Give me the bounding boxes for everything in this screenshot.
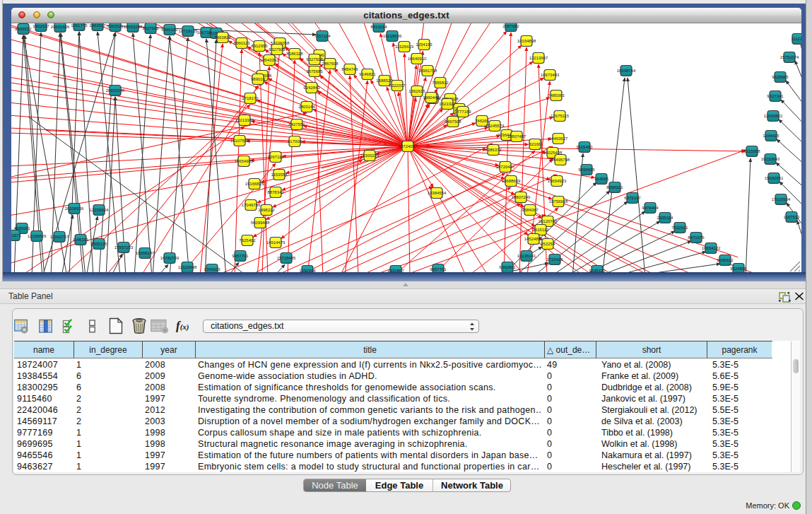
svg-text:9327508: 9327508 — [306, 57, 323, 62]
svg-text:1167533: 1167533 — [784, 215, 801, 219]
svg-text:1063521: 1063521 — [107, 24, 124, 28]
svg-text:12323448: 12323448 — [178, 265, 197, 269]
svg-text:16210643: 16210643 — [761, 157, 780, 161]
svg-text:14136141: 14136141 — [517, 254, 536, 258]
svg-text:7357224: 7357224 — [314, 34, 331, 38]
svg-text:1527602: 1527602 — [142, 26, 159, 30]
svg-text:62160: 62160 — [529, 142, 541, 146]
svg-text:19756928: 19756928 — [549, 199, 568, 204]
svg-text:8660123: 8660123 — [233, 41, 250, 45]
svg-text:1764203: 1764203 — [204, 267, 220, 271]
svg-text:12213967: 12213967 — [529, 56, 548, 60]
svg-text:2935114: 2935114 — [657, 216, 674, 220]
svg-text:6497508: 6497508 — [445, 119, 461, 124]
svg-text:2087682: 2087682 — [502, 24, 519, 28]
svg-text:6966160: 6966160 — [161, 28, 178, 32]
svg-text:417006: 417006 — [288, 139, 302, 144]
svg-text:1963527: 1963527 — [89, 23, 106, 28]
svg-text:14463627: 14463627 — [549, 136, 568, 141]
svg-text:18724007: 18724007 — [399, 144, 418, 148]
svg-text:15692951: 15692951 — [765, 176, 784, 180]
svg-text:10653267: 10653267 — [124, 25, 143, 29]
svg-text:2718170: 2718170 — [242, 96, 259, 100]
svg-text:8912955: 8912955 — [251, 44, 268, 48]
svg-text:2505135: 2505135 — [90, 242, 107, 246]
svg-text:8471676: 8471676 — [688, 235, 705, 240]
svg-text:12975115: 12975115 — [551, 114, 570, 118]
svg-text:20206536: 20206536 — [65, 206, 84, 211]
svg-text:6379197: 6379197 — [624, 196, 641, 200]
svg-text:8215958: 8215958 — [743, 149, 760, 153]
svg-text:17046786: 17046786 — [242, 203, 261, 207]
svg-text:9327509: 9327509 — [269, 47, 286, 52]
svg-text:19166825: 19166825 — [245, 182, 264, 186]
svg-text:10958187: 10958187 — [136, 251, 155, 255]
svg-text:16640910: 16640910 — [408, 57, 427, 61]
svg-text:1244415: 1244415 — [763, 134, 779, 138]
svg-text:8878342: 8878342 — [267, 190, 284, 194]
svg-text:15720407: 15720407 — [496, 165, 515, 169]
svg-text:8813014: 8813014 — [370, 25, 387, 29]
svg-text:18807249: 18807249 — [512, 195, 531, 199]
svg-text:10688609: 10688609 — [502, 179, 521, 183]
svg-text:391571: 391571 — [11, 233, 22, 238]
svg-text:746266: 746266 — [475, 119, 490, 123]
svg-text:10719135: 10719135 — [179, 29, 198, 33]
svg-text:9457791: 9457791 — [232, 254, 249, 258]
svg-text:252254: 252254 — [541, 242, 555, 246]
svg-text:1292344: 1292344 — [299, 269, 316, 272]
svg-text:16782759: 16782759 — [160, 256, 180, 260]
svg-text:164095: 164095 — [594, 177, 609, 181]
svg-text:1061775: 1061775 — [71, 23, 88, 28]
svg-text:3267110: 3267110 — [268, 155, 285, 159]
svg-text:14914479: 14914479 — [266, 240, 286, 245]
svg-text:8454749: 8454749 — [341, 67, 358, 71]
svg-text:111212: 111212 — [791, 37, 801, 41]
svg-text:7663822: 7663822 — [214, 35, 231, 40]
svg-text:9115460: 9115460 — [577, 145, 594, 149]
svg-text:15751074: 15751074 — [780, 55, 799, 59]
svg-text:1990443: 1990443 — [423, 95, 440, 100]
svg-text:9146821: 9146821 — [359, 72, 376, 76]
svg-text:10154808: 10154808 — [517, 39, 536, 43]
svg-text:3675685: 3675685 — [306, 69, 323, 74]
svg-text:9324505: 9324505 — [730, 267, 747, 271]
svg-text:9699695: 9699695 — [578, 168, 595, 172]
svg-text:1254193: 1254193 — [416, 42, 433, 47]
svg-text:9474444: 9474444 — [642, 206, 659, 210]
svg-text:1902537: 1902537 — [33, 24, 49, 28]
svg-text:2931807: 2931807 — [387, 269, 404, 272]
svg-text:12359924: 12359924 — [90, 208, 109, 212]
svg-text:12156829: 12156829 — [28, 234, 47, 238]
svg-text:9777169: 9777169 — [454, 110, 471, 114]
svg-text:16961758: 16961758 — [418, 69, 437, 73]
svg-text:17957253: 17957253 — [114, 245, 134, 250]
svg-text:2803144: 2803144 — [298, 105, 315, 109]
svg-text:15718485: 15718485 — [277, 256, 296, 260]
svg-text:9245612: 9245612 — [717, 258, 734, 262]
svg-text:1362615: 1362615 — [408, 89, 425, 93]
svg-text:56099488: 56099488 — [251, 221, 270, 225]
svg-text:14495798: 14495798 — [551, 158, 570, 162]
svg-text:1615112: 1615112 — [533, 228, 550, 232]
svg-text:10654122: 10654122 — [702, 246, 721, 250]
svg-text:16120746: 16120746 — [539, 219, 558, 223]
svg-text:8186328: 8186328 — [286, 52, 303, 56]
svg-text:2405572: 2405572 — [15, 27, 32, 31]
svg-text:11325419: 11325419 — [395, 45, 414, 49]
svg-text:6042801: 6042801 — [499, 265, 516, 269]
svg-text:1733426: 1733426 — [546, 257, 563, 262]
svg-text:15300275: 15300275 — [360, 153, 379, 158]
svg-text:19654985: 19654985 — [235, 159, 254, 163]
svg-text:10807487: 10807487 — [507, 134, 526, 139]
svg-text:9684067: 9684067 — [522, 208, 539, 212]
svg-text:1153554: 1153554 — [271, 173, 288, 177]
svg-text:1145191: 1145191 — [73, 238, 90, 242]
svg-text:8427552: 8427552 — [288, 122, 305, 127]
svg-text:989016: 989016 — [251, 77, 266, 81]
svg-text:7632621: 7632621 — [671, 226, 688, 230]
svg-text:17016504: 17016504 — [772, 197, 791, 201]
svg-text:10973493: 10973493 — [541, 73, 560, 77]
svg-text:12213369: 12213369 — [235, 118, 254, 122]
svg-text:16245574: 16245574 — [486, 124, 505, 128]
